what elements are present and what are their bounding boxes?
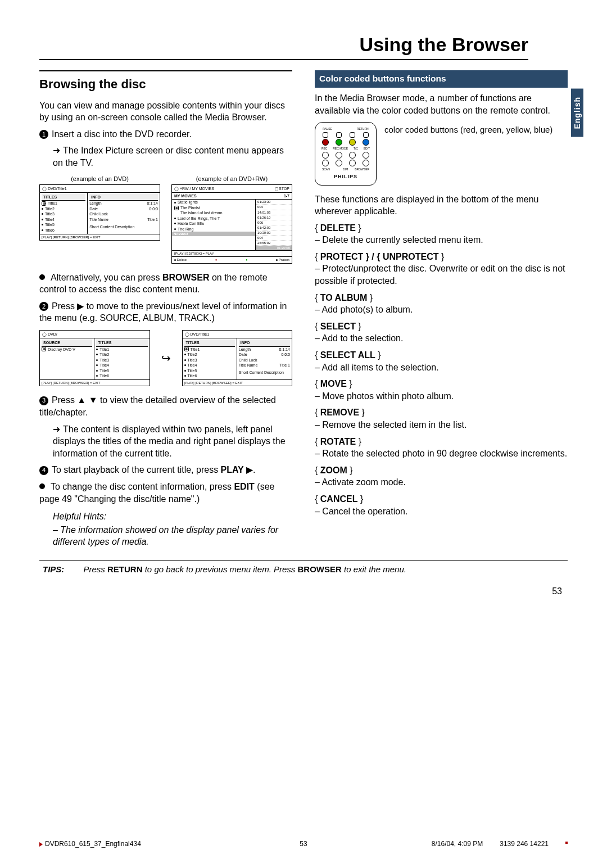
remote-lbl: EDIT [364, 147, 370, 151]
info-title: Title6 [188, 373, 197, 378]
func-name: SELECT ALL [320, 350, 375, 360]
func-move: { MOVE } – Move photos within photo albu… [315, 378, 568, 402]
section-rule [39, 70, 292, 71]
step4a: To start playback of the current title, … [52, 465, 221, 474]
alt-a: Alternatively, you can press [51, 273, 162, 282]
bullet-4: 4 [39, 466, 48, 475]
info-v: 0:0:0 [281, 352, 290, 357]
crop-mark-icon [565, 842, 568, 844]
func-desc: – Add all items to the selection. [315, 361, 568, 374]
remote-lbl: BROWSER [355, 168, 369, 171]
remote-lbl: REC [321, 147, 328, 151]
info-l: Title Name [89, 217, 108, 222]
info-l: Child Lock [89, 212, 108, 216]
info-title: Title5 [188, 368, 197, 373]
round-bullet [39, 274, 45, 280]
func-desc: – Rotate the selected photo in 90 degree… [315, 447, 568, 460]
dvd-foot: [PLAY] [RETURN] [BROWSER] = EXIT [40, 234, 160, 240]
remote-lbl: RETURN [357, 127, 369, 131]
tips-t2: to go back to previous menu item. Press [143, 564, 298, 574]
func-cancel: { CANCEL } – Cancel the operation. [315, 493, 568, 517]
remote-lbl: SCAN [322, 168, 330, 171]
func-name: ZOOM [320, 465, 347, 475]
func-name: SELECT [320, 322, 356, 331]
hints-text: – The information showed on the display … [39, 524, 292, 548]
dvd-title: Title1 [48, 201, 57, 206]
info-hdr-a: TITLES [184, 340, 235, 346]
dvd-title: Title2 [45, 206, 55, 211]
remote-lbl: REC MODE [333, 147, 348, 151]
info-l: Child Lock [239, 358, 257, 362]
arrow-icon: ➜ [53, 423, 63, 436]
right-intro: In the Media Browser mode, a number of f… [315, 92, 568, 116]
remote-illustration: PAUSERETURN RECREC MODET/CEDIT SCANDIMBR… [315, 122, 377, 185]
func-desc: – Remove the selected item in the list. [315, 419, 568, 431]
rw-total: 01:20:00 [256, 246, 292, 250]
func-name: ROTATE [320, 437, 356, 446]
bullet-2: 2 [39, 302, 48, 311]
play-bold: PLAY [221, 465, 246, 474]
rw-stop: STOP [279, 187, 289, 191]
func-zoom: { ZOOM } – Activate zoom mode. [315, 464, 568, 489]
info-title: Title3 [188, 358, 197, 363]
rw-foot-edit: [PLAY] [EDIT][OK] = PLAY [174, 251, 214, 256]
info-l: Length [239, 347, 251, 352]
func-remove: { REMOVE } – Remove the selected item in… [315, 406, 568, 431]
rw-item: The Ring [178, 227, 193, 232]
fig-label-rw: (example of an DVD+RW) [171, 175, 292, 183]
info-desc: Short Content Description [239, 370, 290, 375]
curved-arrow-icon: ↪ [161, 351, 171, 366]
info-foot: [PLAY] [RETURN] [BROWSER] = EXIT [183, 379, 292, 386]
step3a: Press [52, 395, 77, 405]
tips-b1: RETURN [107, 564, 143, 574]
tips-block: TIPS: Press RETURN to go back to previou… [39, 560, 568, 574]
info-l: Date [89, 206, 98, 211]
rw-time: 01:26:10 [256, 215, 292, 220]
info-v: 0:1:14 [279, 347, 290, 352]
info-v: Title 1 [279, 363, 290, 368]
dvd-title: Title3 [45, 211, 55, 216]
step3c: The content is displayed within two pane… [53, 424, 286, 458]
info-title: Title2 [188, 352, 197, 357]
func-rotate: { ROTATE } – Rotate the selected photo i… [315, 436, 568, 460]
src-foot: [PLAY] [RETURN] [BROWSER] = EXIT [40, 379, 150, 386]
rw-item: The Pianist [180, 205, 200, 210]
src-title: Title5 [99, 368, 109, 373]
func-select: { SELECT } – Add to the selection. [315, 320, 568, 345]
page-number: 53 [39, 586, 568, 596]
section-heading: Browsing the disc [39, 76, 292, 93]
src-hdr-a: SOURCE [42, 340, 92, 346]
src-crumb: DVD/ [48, 332, 57, 336]
rw-navbar: NAVBAR [172, 232, 255, 236]
tips-t1: Press [84, 564, 108, 574]
dvd-info-hdr: INFO [89, 194, 158, 201]
step1b: The Index Picture screen or disc content… [53, 146, 284, 168]
footer-left: DVDR610_615_37_Engfinal434 [45, 840, 141, 848]
title-rule [39, 59, 528, 60]
footer-center: 53 [300, 840, 307, 848]
dvdrw-figure: ◯ +RW / MY MOVIES▢STOP MY MOVIES1-7 Stat… [171, 184, 292, 264]
footer: DVDR610_615_37_Engfinal434 53 8/16/04, 4… [39, 840, 568, 848]
step-3: 3Press ▲ ▼ to view the detailed overview… [39, 394, 292, 418]
figure-row-1: (example of an DVD) ◯ DVD/Title1 TITLES … [39, 175, 292, 264]
info-crumb: DVD/Title1 [190, 332, 209, 336]
info-hdr-b: INFO [239, 340, 290, 346]
rw-time: 14:01:03 [256, 210, 292, 215]
info-figure: ◯ DVD/Title1 TITLES ⊕Title1 Title2 Title… [182, 330, 293, 387]
step-1: 1Insert a disc into the DVD recorder. [39, 128, 292, 141]
edit-bold: EDIT [234, 482, 254, 491]
src-hdr-b: TITLES [96, 340, 147, 346]
info-v: 0:0:0 [149, 206, 158, 211]
bullet-3: 3 [39, 396, 48, 405]
src-item: Disctray DVD-V [48, 347, 75, 352]
func-name: REMOVE [320, 408, 359, 417]
round-bullet [39, 483, 45, 489]
func-desc: – Activate zoom mode. [315, 476, 568, 489]
hints-label: Helpful Hints: [39, 510, 292, 523]
figure-row-2: ◯ DVD/ SOURCE ⊕Disctray DVD-V TITLES Tit… [39, 330, 292, 387]
func-desc: – Cancel the operation. [315, 505, 568, 518]
right-column: Color coded buttons functions In the Med… [315, 70, 568, 548]
step1a: Insert a disc into the DVD recorder. [52, 129, 192, 139]
src-title: Title6 [99, 373, 109, 378]
func-protect: { PROTECT } / { UNPROTECT } – Protect/un… [315, 251, 568, 287]
